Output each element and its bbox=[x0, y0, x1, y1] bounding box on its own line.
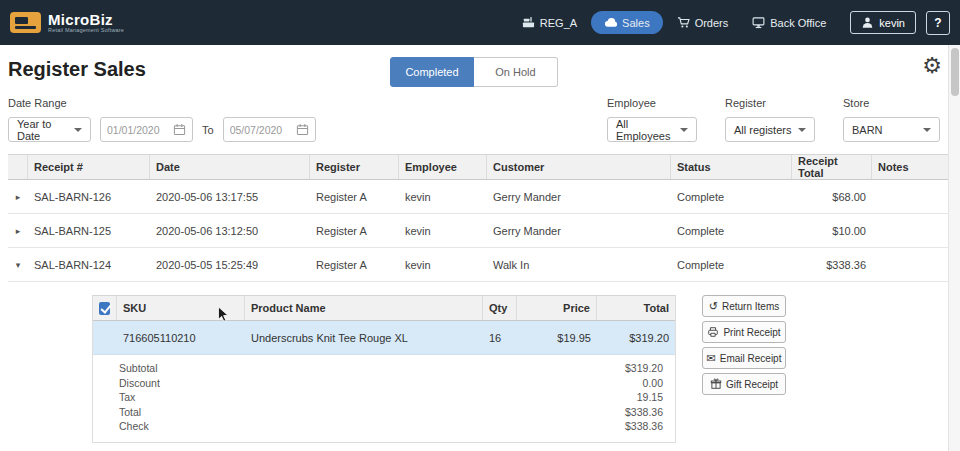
monitor-icon bbox=[752, 16, 765, 29]
summary-label: Check bbox=[119, 419, 149, 434]
chevron-down-icon bbox=[680, 128, 688, 132]
cell-employee: kevin bbox=[399, 259, 487, 271]
nav-item-register[interactable]: REG_A bbox=[512, 11, 587, 34]
col-date[interactable]: Date bbox=[150, 155, 310, 179]
chevron-down-icon bbox=[923, 128, 931, 132]
item-price: $19.95 bbox=[517, 332, 597, 344]
summary-label: Discount bbox=[119, 376, 160, 391]
page-title: Register Sales bbox=[8, 58, 146, 81]
col-customer[interactable]: Customer bbox=[487, 155, 671, 179]
select-all-cell bbox=[93, 296, 117, 320]
brand-name: MicroBiz bbox=[48, 12, 124, 27]
nav-label: Orders bbox=[695, 17, 729, 29]
email-receipt-button[interactable]: Email Receipt bbox=[702, 347, 786, 369]
cell-receipt: SAL-BARN-126 bbox=[28, 191, 150, 203]
expand-arrow-icon[interactable] bbox=[8, 192, 28, 202]
cell-total: $338.36 bbox=[792, 259, 872, 271]
top-nav: REG_A Sales Orders Back Office kevin ? bbox=[512, 11, 950, 35]
date-to-input[interactable] bbox=[230, 124, 294, 136]
user-menu-button[interactable]: kevin bbox=[850, 11, 916, 34]
cell-total: $68.00 bbox=[792, 191, 872, 203]
col-product-name[interactable]: Product Name bbox=[245, 296, 483, 320]
date-to-field[interactable] bbox=[223, 117, 316, 142]
summary-row: Discount 0.00 bbox=[119, 376, 663, 391]
nav-item-back-office[interactable]: Back Office bbox=[742, 11, 836, 34]
expand-column-header bbox=[8, 155, 28, 179]
item-qty: 16 bbox=[483, 332, 517, 344]
tab-on-hold[interactable]: On Hold bbox=[474, 57, 558, 87]
collapse-arrow-icon[interactable] bbox=[8, 260, 28, 270]
summary-label: Tax bbox=[119, 390, 135, 405]
calendar-icon[interactable] bbox=[296, 123, 309, 136]
return-items-label: Return Items bbox=[722, 301, 779, 312]
col-qty[interactable]: Qty bbox=[483, 296, 517, 320]
summary-value: $338.36 bbox=[625, 405, 663, 420]
summary-label: Subtotal bbox=[119, 361, 158, 376]
cell-date: 2020-05-06 13:17:55 bbox=[150, 191, 310, 203]
page-header: Register Sales Completed On Hold bbox=[0, 45, 960, 97]
gift-icon bbox=[710, 378, 722, 390]
nav-item-orders[interactable]: Orders bbox=[667, 11, 739, 34]
col-receipt[interactable]: Receipt # bbox=[28, 155, 150, 179]
table-row-expanded[interactable]: SAL-BARN-124 2020-05-05 15:25:49 Registe… bbox=[8, 248, 952, 282]
col-notes[interactable]: Notes bbox=[872, 155, 952, 179]
to-label: To bbox=[202, 124, 214, 136]
help-button[interactable]: ? bbox=[926, 11, 950, 35]
brand-tagline: Retail Management Software bbox=[48, 27, 124, 33]
employee-filter-group: Employee All Employees bbox=[607, 97, 697, 142]
settings-gear-icon[interactable] bbox=[922, 55, 942, 77]
top-bar: MicroBiz Retail Management Software REG_… bbox=[0, 0, 960, 45]
employee-label: Employee bbox=[607, 97, 697, 109]
store-select[interactable]: BARN bbox=[843, 117, 940, 142]
gift-receipt-button[interactable]: Gift Receipt bbox=[702, 373, 786, 395]
col-sku[interactable]: SKU bbox=[117, 296, 245, 320]
cell-customer: Walk In bbox=[487, 259, 671, 271]
cell-register: Register A bbox=[310, 225, 399, 237]
register-select[interactable]: All registers bbox=[725, 117, 815, 142]
tab-completed[interactable]: Completed bbox=[390, 57, 474, 87]
receipts-table: Receipt # Date Register Employee Custome… bbox=[8, 154, 952, 451]
store-value: BARN bbox=[852, 124, 883, 136]
brand-logo: MicroBiz Retail Management Software bbox=[10, 12, 124, 33]
vertical-scrollbar[interactable] bbox=[948, 45, 960, 451]
calendar-icon[interactable] bbox=[173, 123, 186, 136]
date-range-select[interactable]: Year to Date bbox=[8, 117, 91, 142]
nav-item-sales[interactable]: Sales bbox=[591, 11, 663, 34]
col-employee[interactable]: Employee bbox=[399, 155, 487, 179]
date-from-field[interactable] bbox=[100, 117, 193, 142]
date-range-label: Date Range bbox=[8, 97, 316, 109]
envelope-icon bbox=[707, 352, 716, 365]
chevron-down-icon bbox=[798, 128, 806, 132]
chevron-down-icon bbox=[74, 128, 82, 132]
summary-value: 19.15 bbox=[637, 390, 663, 405]
cart-icon bbox=[677, 16, 690, 29]
receipt-summary: Subtotal $319.20 Discount 0.00 Tax 19.15… bbox=[93, 355, 675, 442]
store-filter-group: Store BARN bbox=[843, 97, 940, 142]
col-total[interactable]: Total bbox=[597, 296, 675, 320]
register-label: Register bbox=[725, 97, 815, 109]
print-receipt-button[interactable]: Print Receipt bbox=[702, 321, 786, 343]
date-range-group: Date Range Year to Date To bbox=[8, 97, 316, 142]
nav-label: Sales bbox=[622, 17, 650, 29]
col-register[interactable]: Register bbox=[310, 155, 399, 179]
employee-select[interactable]: All Employees bbox=[607, 117, 697, 142]
date-from-input[interactable] bbox=[107, 124, 171, 136]
summary-label: Total bbox=[119, 405, 141, 420]
col-price[interactable]: Price bbox=[517, 296, 597, 320]
user-name: kevin bbox=[879, 17, 905, 29]
col-receipt-total[interactable]: Receipt Total bbox=[792, 155, 872, 179]
cell-employee: kevin bbox=[399, 225, 487, 237]
table-row[interactable]: SAL-BARN-125 2020-05-06 13:12:50 Registe… bbox=[8, 214, 952, 248]
line-item-row[interactable]: 716605110210 Underscrubs Knit Tee Rouge … bbox=[93, 321, 675, 355]
cell-total: $10.00 bbox=[792, 225, 872, 237]
scrollbar-thumb[interactable] bbox=[951, 48, 959, 96]
line-items-header: SKU Product Name Qty Price Total bbox=[93, 295, 675, 321]
return-items-button[interactable]: Return Items bbox=[702, 295, 786, 317]
store-label: Store bbox=[843, 97, 940, 109]
expand-arrow-icon[interactable] bbox=[8, 226, 28, 236]
cell-customer: Gerry Mander bbox=[487, 225, 671, 237]
select-all-checkbox[interactable] bbox=[99, 302, 110, 315]
table-row[interactable]: SAL-BARN-126 2020-05-06 13:17:55 Registe… bbox=[8, 180, 952, 214]
col-status[interactable]: Status bbox=[671, 155, 792, 179]
cell-receipt: SAL-BARN-125 bbox=[28, 225, 150, 237]
